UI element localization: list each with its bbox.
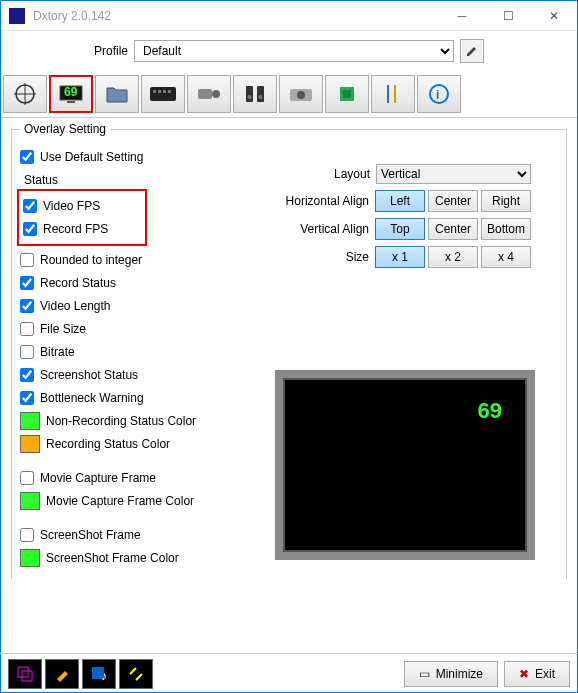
ss-frame-color-swatch[interactable]: [20, 549, 40, 567]
svg-rect-5: [67, 101, 75, 103]
ss-frame-color-label: ScreenShot Frame Color: [46, 551, 179, 565]
bottleneck-label: Bottleneck Warning: [40, 391, 144, 405]
tool-screenshot[interactable]: [279, 75, 323, 113]
video-length-label: Video Length: [40, 299, 111, 313]
layout-options: Layout Vertical Horizontal Align Left Ce…: [231, 158, 531, 274]
halign-left-button[interactable]: Left: [375, 190, 425, 212]
halign-center-button[interactable]: Center: [428, 190, 478, 212]
edit-profile-button[interactable]: [460, 39, 484, 63]
bottleneck-checkbox[interactable]: [20, 391, 34, 405]
svg-rect-13: [246, 86, 253, 102]
tool-overlay[interactable]: 69: [49, 75, 93, 113]
profile-select[interactable]: Default: [134, 40, 454, 62]
exit-label: Exit: [535, 667, 555, 681]
record-fps-checkbox[interactable]: [23, 222, 37, 236]
main-toolbar: 69 i: [1, 71, 577, 118]
video-length-checkbox[interactable]: [20, 299, 34, 313]
exit-button[interactable]: ✖Exit: [504, 661, 570, 687]
titlebar: Dxtory 2.0.142 ─ ☐ ✕: [1, 1, 577, 31]
tool-video[interactable]: [187, 75, 231, 113]
valign-top-button[interactable]: Top: [375, 218, 425, 240]
use-default-checkbox[interactable]: [20, 150, 34, 164]
bitrate-checkbox[interactable]: [20, 345, 34, 359]
svg-rect-25: [18, 667, 28, 677]
folder-icon: [105, 84, 129, 104]
footer-tool-2[interactable]: [45, 659, 79, 689]
close-window-button[interactable]: ✕: [531, 1, 577, 31]
speakers-icon: [243, 84, 267, 104]
tools-icon: [383, 83, 403, 105]
layers-icon: [16, 665, 34, 683]
movie-frame-checkbox[interactable]: [20, 471, 34, 485]
record-fps-label: Record FPS: [43, 222, 108, 236]
overlay-legend: Overlay Setting: [20, 122, 110, 136]
tool-keyboard[interactable]: [141, 75, 185, 113]
nonrec-color-label: Non-Recording Status Color: [46, 414, 196, 428]
tool-target[interactable]: [3, 75, 47, 113]
disk-note-icon: ♪: [90, 665, 108, 683]
monitor-icon: 69: [57, 82, 85, 106]
valign-bottom-button[interactable]: Bottom: [481, 218, 531, 240]
tool-info[interactable]: i: [417, 75, 461, 113]
window-title: Dxtory 2.0.142: [33, 9, 439, 23]
target-icon: [13, 82, 37, 106]
profile-row: Profile Default: [1, 31, 577, 71]
halign-label: Horizontal Align: [286, 194, 369, 208]
tool-audio[interactable]: [233, 75, 277, 113]
chip-icon: [336, 83, 358, 105]
svg-rect-8: [158, 90, 161, 93]
valign-label: Vertical Align: [300, 222, 369, 236]
minimize-window-button[interactable]: ─: [439, 1, 485, 31]
size-x1-button[interactable]: x 1: [375, 246, 425, 268]
screenshot-status-checkbox[interactable]: [20, 368, 34, 382]
valign-center-button[interactable]: Center: [428, 218, 478, 240]
layout-label: Layout: [334, 167, 370, 181]
footer-bar: ♪ ▭Minimize ✖Exit: [0, 653, 578, 693]
svg-point-15: [248, 95, 252, 99]
minimize-button[interactable]: ▭Minimize: [404, 661, 498, 687]
svg-rect-26: [22, 671, 32, 681]
movie-frame-color-swatch[interactable]: [20, 492, 40, 510]
minimize-label: Minimize: [436, 667, 483, 681]
camera-icon: [288, 85, 314, 103]
info-icon: i: [428, 83, 450, 105]
video-fps-label: Video FPS: [43, 199, 100, 213]
footer-tool-4[interactable]: [119, 659, 153, 689]
maximize-window-button[interactable]: ☐: [485, 1, 531, 31]
rec-color-label: Recording Status Color: [46, 437, 170, 451]
tool-processor[interactable]: [325, 75, 369, 113]
status-legend: Status: [20, 173, 62, 187]
screenshot-status-label: Screenshot Status: [40, 368, 138, 382]
tool-advanced[interactable]: [371, 75, 415, 113]
size-x4-button[interactable]: x 4: [481, 246, 531, 268]
rounded-label: Rounded to integer: [40, 253, 142, 267]
movie-frame-label: Movie Capture Frame: [40, 471, 156, 485]
file-size-checkbox[interactable]: [20, 322, 34, 336]
tool-folder[interactable]: [95, 75, 139, 113]
keyboard-icon: [149, 86, 177, 102]
minimize-icon: ▭: [419, 667, 430, 681]
ss-frame-checkbox[interactable]: [20, 528, 34, 542]
layout-select[interactable]: Vertical: [376, 164, 531, 184]
video-fps-checkbox[interactable]: [23, 199, 37, 213]
size-label: Size: [346, 250, 369, 264]
svg-text:♪: ♪: [101, 669, 107, 683]
footer-tool-1[interactable]: [8, 659, 42, 689]
svg-rect-14: [257, 86, 264, 102]
rounded-checkbox[interactable]: [20, 253, 34, 267]
svg-point-18: [297, 91, 305, 99]
size-x2-button[interactable]: x 2: [428, 246, 478, 268]
ss-frame-label: ScreenShot Frame: [40, 528, 141, 542]
halign-right-button[interactable]: Right: [481, 190, 531, 212]
overlay-preview: 69: [275, 370, 535, 560]
file-size-label: File Size: [40, 322, 86, 336]
rec-color-swatch[interactable]: [20, 435, 40, 453]
nonrec-color-swatch[interactable]: [20, 412, 40, 430]
arrows-icon: [127, 665, 145, 683]
svg-rect-9: [163, 90, 166, 93]
footer-tool-3[interactable]: ♪: [82, 659, 116, 689]
wrench-icon: [53, 665, 71, 683]
exit-icon: ✖: [519, 667, 529, 681]
record-status-checkbox[interactable]: [20, 276, 34, 290]
svg-rect-20: [343, 90, 351, 98]
